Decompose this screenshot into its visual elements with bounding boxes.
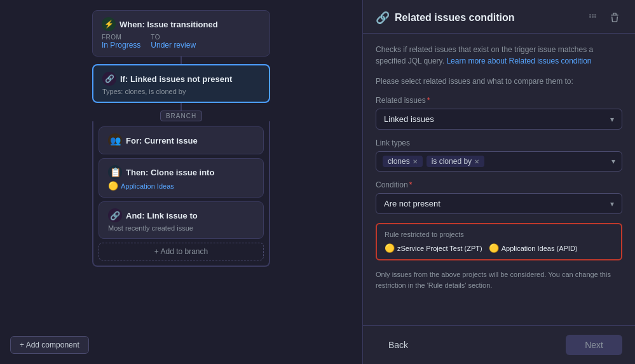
add-component-button[interactable]: + Add component — [10, 336, 89, 354]
link-types-select[interactable]: clones ✕ is cloned by ✕ ▾ — [376, 151, 622, 172]
link-subtitle: Most recently created issue — [108, 224, 254, 232]
condition-subtitle: Types: clones, is cloned by — [102, 88, 260, 95]
from-label: FROM — [102, 34, 140, 41]
link-types-field: Link types clones ✕ is cloned by ✕ ▾ — [376, 138, 622, 172]
condition-value: Are not present — [384, 199, 440, 208]
trigger-card: ⚡ When: Issue transitioned FROM In Progr… — [92, 10, 270, 57]
delete-button[interactable] — [607, 10, 622, 25]
right-panel: 🔗 Related issues condition Checks if rel… — [362, 0, 635, 364]
project-zpt: 🟡 zService Project Test (ZPT) — [385, 243, 482, 253]
clone-project: 🟡 Application Ideas — [108, 181, 254, 191]
info-description: Checks if related issues that exist on t… — [376, 44, 622, 67]
link-title: 🔗 And: Link issue to — [108, 208, 254, 222]
chevron-down-icon: ▾ — [610, 115, 614, 124]
for-title: 👥 For: Current issue — [108, 133, 254, 147]
restriction-box: Rule restricted to projects 🟡 zService P… — [376, 223, 622, 260]
connector-2 — [181, 103, 182, 111]
branch-badge: BRANCH — [160, 111, 202, 121]
flow-wrapper: ⚡ When: Issue transitioned FROM In Progr… — [92, 10, 270, 354]
condition-title: 🔗 If: Linked issues not present — [102, 72, 260, 86]
related-issues-label: Related issues* — [376, 96, 622, 105]
left-panel: ⚡ When: Issue transitioned FROM In Progr… — [0, 0, 362, 364]
restriction-info: Only issues from the above projects will… — [376, 269, 622, 290]
related-issues-value: Linked issues — [384, 114, 434, 124]
panel-title: 🔗 Related issues condition — [376, 11, 514, 25]
trigger-title: ⚡ When: Issue transitioned — [102, 17, 261, 31]
restriction-label: Rule restricted to projects — [385, 231, 613, 238]
project-zpt-emoji: 🟡 — [385, 243, 395, 253]
panel-body: Checks if related issues that exist on t… — [363, 34, 635, 325]
for-card[interactable]: 👥 For: Current issue — [99, 126, 264, 154]
condition-field: Condition* Are not present ▾ — [376, 180, 622, 214]
add-to-branch-button[interactable]: + Add to branch — [99, 243, 264, 260]
link-card[interactable]: 🔗 And: Link issue to Most recently creat… — [99, 201, 264, 239]
next-button[interactable]: Next — [566, 335, 622, 355]
back-button[interactable]: Back — [376, 335, 421, 355]
tag-is-cloned-by[interactable]: is cloned by ✕ — [427, 156, 484, 167]
project-apid: 🟡 Application Ideas (APID) — [489, 243, 578, 253]
clone-icon: 📋 — [108, 165, 122, 179]
panel-title-icon: 🔗 — [376, 11, 390, 25]
learn-more-link[interactable]: Learn more about Related issues conditio… — [446, 57, 591, 65]
restricted-projects: 🟡 zService Project Test (ZPT) 🟡 Applicat… — [385, 243, 613, 253]
link-types-label: Link types — [376, 138, 622, 147]
project-apid-name: Application Ideas (APID) — [502, 245, 578, 252]
for-icon: 👥 — [108, 133, 122, 147]
project-apid-emoji: 🟡 — [489, 243, 499, 253]
condition-card[interactable]: 🔗 If: Linked issues not present Types: c… — [92, 64, 270, 103]
select-prompt: Please select related issues and what to… — [376, 76, 622, 87]
info-section: Checks if related issues that exist on t… — [376, 44, 622, 67]
condition-label: Condition* — [376, 180, 622, 189]
from-value: In Progress — [102, 41, 140, 50]
branch-group: 👥 For: Current issue 📋 Then: Clone issue… — [92, 121, 270, 267]
related-issues-select[interactable]: Linked issues ▾ — [376, 109, 622, 130]
tag-clones[interactable]: clones ✕ — [383, 156, 423, 167]
condition-chevron-icon: ▾ — [610, 199, 614, 208]
project-zpt-name: zService Project Test (ZPT) — [397, 245, 482, 252]
to-value: Under review — [151, 41, 196, 50]
trigger-icon: ⚡ — [102, 17, 116, 31]
panel-header-actions — [587, 10, 622, 25]
condition-icon: 🔗 — [102, 72, 116, 86]
condition-select[interactable]: Are not present ▾ — [376, 193, 622, 214]
clone-card[interactable]: 📋 Then: Clone issue into 🟡 Application I… — [99, 158, 264, 198]
clone-title: 📋 Then: Clone issue into — [108, 165, 254, 179]
related-issues-field: Related issues* Linked issues ▾ — [376, 96, 622, 130]
link-types-chevron-icon: ▾ — [611, 157, 615, 166]
connector-1 — [181, 57, 182, 64]
panel-footer: Back Next — [363, 325, 635, 364]
link-icon: 🔗 — [108, 208, 122, 222]
to-label: TO — [151, 34, 196, 41]
panel-header: 🔗 Related issues condition — [363, 0, 635, 34]
copy-button[interactable] — [587, 10, 602, 25]
